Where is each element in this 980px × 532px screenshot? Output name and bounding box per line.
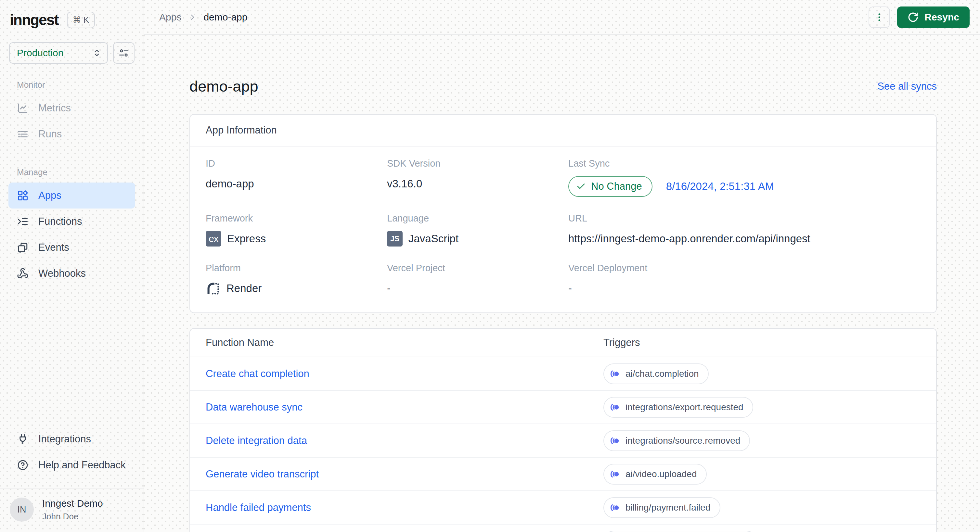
language-value: JavaScript — [409, 233, 458, 245]
avatar: IN — [10, 497, 34, 522]
field-label: Language — [387, 213, 568, 224]
breadcrumb-apps[interactable]: Apps — [159, 12, 181, 23]
field-value: demo-app — [206, 176, 387, 192]
topbar-actions: Resync — [869, 6, 970, 28]
field-last-sync: Last Sync No Change 8/16/2024, 2:51:31 A… — [568, 158, 921, 197]
chevron-up-down-icon — [92, 48, 102, 58]
field-framework: Framework ex Express — [206, 213, 387, 246]
express-icon: ex — [206, 231, 221, 246]
sidebar-footer: Integrations Help and Feedback — [0, 426, 144, 478]
trigger-badge: integrations/export.requested — [603, 397, 753, 418]
sidebar-item-metrics[interactable]: Metrics — [8, 95, 135, 121]
table-row: Delete integration data integrations/sou… — [190, 424, 936, 457]
render-icon — [206, 281, 221, 296]
table-row: Generate video transcript ai/video.uploa… — [190, 457, 936, 491]
field-label: Vercel Deployment — [568, 263, 921, 273]
field-language: Language JS JavaScript — [387, 213, 568, 246]
chevron-right-icon — [188, 13, 197, 22]
function-link[interactable]: Handle failed payments — [206, 502, 311, 513]
sidebar-item-label: Runs — [38, 128, 62, 140]
javascript-icon: JS — [387, 231, 402, 246]
trigger-badge: billing/payment.failed — [603, 497, 721, 518]
sidebar-nav: Monitor Metrics Runs Manage Apps Functio — [0, 64, 144, 286]
event-signal-icon — [610, 402, 620, 413]
field-value: JS JavaScript — [387, 231, 568, 246]
table-row: Handle failed payments billing/payment.f… — [190, 491, 936, 524]
page-title: demo-app — [189, 77, 258, 95]
help-circle-icon — [17, 459, 29, 471]
column-triggers: Triggers — [603, 337, 921, 348]
field-value: No Change 8/16/2024, 2:51:31 AM — [568, 176, 921, 197]
trigger-label: billing/payment.failed — [625, 502, 711, 513]
metrics-chart-icon — [17, 102, 29, 114]
sidebar-item-events[interactable]: Events — [8, 235, 135, 260]
user-profile[interactable]: IN Inngest Demo John Doe — [0, 488, 144, 532]
functions-icon — [17, 216, 29, 227]
sidebar-item-label: Events — [38, 241, 69, 253]
inngest-logo[interactable]: inngest — [10, 11, 59, 29]
user-info: Inngest Demo John Doe — [42, 498, 103, 522]
sidebar-item-webhooks[interactable]: Webhooks — [8, 260, 135, 286]
plug-icon — [17, 433, 29, 445]
see-all-syncs-link[interactable]: See all syncs — [877, 81, 937, 92]
environment-row: Production — [0, 29, 144, 64]
event-signal-icon — [610, 469, 620, 480]
function-link[interactable]: Data warehouse sync — [206, 402, 302, 413]
runs-list-icon — [17, 128, 29, 140]
more-actions-button[interactable] — [869, 6, 890, 28]
last-sync-timestamp-link[interactable]: 8/16/2024, 2:51:31 AM — [666, 180, 774, 192]
sidebar-item-integrations[interactable]: Integrations — [8, 426, 135, 452]
field-value: Render — [206, 281, 387, 296]
sidebar-item-apps[interactable]: Apps — [8, 183, 135, 208]
field-label: Framework — [206, 213, 387, 224]
trigger-badge: ai/chat.completion — [603, 364, 709, 384]
check-icon — [576, 181, 586, 191]
environment-settings-button[interactable] — [113, 42, 135, 64]
event-signal-icon — [610, 502, 620, 513]
sidebar-item-help[interactable]: Help and Feedback — [8, 452, 135, 478]
field-sdk-version: SDK Version v3.16.0 — [387, 158, 568, 197]
resync-button[interactable]: Resync — [897, 6, 970, 28]
function-link[interactable]: Create chat completion — [206, 368, 309, 380]
table-row: Import data pipeline integrations/source… — [190, 524, 936, 532]
field-value: - — [387, 281, 568, 296]
sidebar: inngest ⌘ K Production Monitor Metrics — [0, 0, 144, 532]
sidebar-item-functions[interactable]: Functions — [8, 208, 135, 235]
logo-row: inngest ⌘ K — [0, 0, 144, 29]
field-label: Platform — [206, 263, 387, 273]
trigger-label: integrations/source.removed — [625, 435, 740, 446]
field-label: URL — [568, 213, 921, 224]
field-vercel-project: Vercel Project - — [387, 263, 568, 296]
field-label: Last Sync — [568, 158, 921, 169]
field-vercel-deployment: Vercel Deployment - — [568, 263, 921, 296]
function-link[interactable]: Generate video transcript — [206, 468, 319, 480]
field-id: ID demo-app — [206, 158, 387, 197]
sidebar-item-label: Apps — [38, 190, 61, 202]
sidebar-item-label: Webhooks — [38, 268, 86, 279]
trigger-label: ai/chat.completion — [625, 368, 699, 379]
field-label: ID — [206, 158, 387, 169]
user-name: John Doe — [42, 511, 103, 522]
kebab-menu-icon — [874, 12, 885, 22]
trigger-label: ai/video.uploaded — [625, 469, 697, 480]
field-label: Vercel Project — [387, 263, 568, 273]
function-link[interactable]: Delete integration data — [206, 435, 307, 446]
app-information-title: App Information — [190, 114, 936, 146]
event-signal-icon — [610, 435, 620, 446]
sidebar-item-runs[interactable]: Runs — [8, 121, 135, 147]
field-value: v3.16.0 — [387, 176, 568, 192]
command-k-shortcut[interactable]: ⌘ K — [67, 12, 95, 28]
main-area: Apps demo-app Resync demo-app See all — [144, 0, 980, 532]
column-function-name: Function Name — [206, 337, 603, 348]
field-value: - — [568, 281, 921, 296]
framework-value: Express — [227, 233, 266, 245]
app-information-card: App Information ID demo-app SDK Version … — [189, 114, 937, 313]
trigger-badge: integrations/source.connected — [603, 531, 757, 532]
environment-selector[interactable]: Production — [9, 42, 108, 64]
table-row: Data warehouse sync integrations/export.… — [190, 391, 936, 424]
sidebar-item-label: Help and Feedback — [38, 459, 126, 471]
platform-value: Render — [226, 282, 262, 295]
no-change-label: No Change — [591, 181, 642, 192]
resync-label: Resync — [924, 12, 959, 23]
field-value: https://inngest-demo-app.onrender.com/ap… — [568, 231, 921, 246]
